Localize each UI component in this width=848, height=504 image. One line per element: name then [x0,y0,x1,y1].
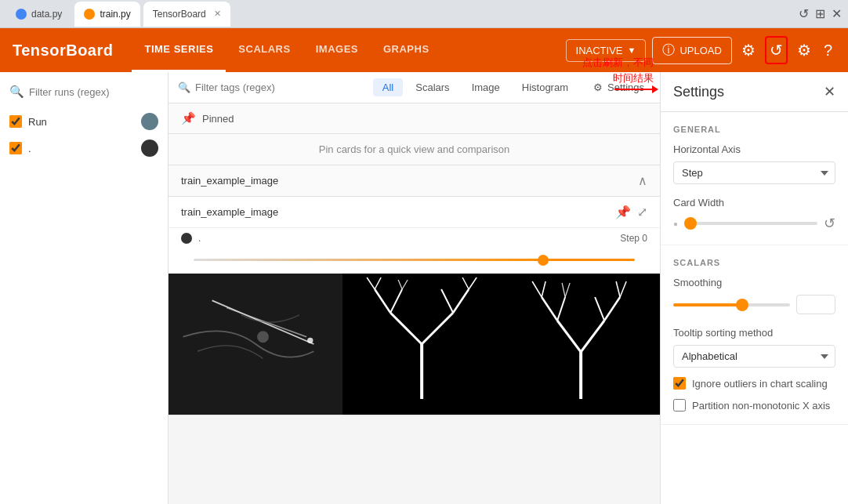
smoothing-slider-row: 0.6 [673,295,835,314]
settings-close-button[interactable]: ✕ [824,83,835,100]
dot-color-picker[interactable] [141,140,158,157]
general-section-title: GENERAL [673,125,835,134]
filter-tab-all[interactable]: All [373,78,403,96]
sidebar-filter: 🔍 [0,82,168,108]
nav-time-series[interactable]: TIME SERIES [132,28,226,72]
main-layout: 🔍 Run . 🔍 All Scalars Image Histogr [0,72,848,504]
fullscreen-button[interactable]: ⤢ [637,205,647,219]
main-nav: TIME SERIES SCALARS IMAGES GRAPHS [132,28,441,72]
settings-label: Settings [607,82,644,93]
image-display [169,274,660,415]
settings-header: Settings ✕ [661,72,848,112]
scalars-section-title: SCALARS [673,258,835,267]
filter-tabs: All Scalars Image Histogram [373,78,578,96]
inactive-label: INACTIVE [576,45,623,56]
cards-scroll[interactable]: train_example_image ∧ train_example_imag… [169,165,660,504]
settings-open-button[interactable]: ⚙ Settings [587,78,650,96]
data-py-icon [16,9,27,20]
tab-data-py-label: data.py [31,9,62,20]
image-card-header: train_example_image 📌 ⤢ [169,197,660,228]
outliers-checkbox[interactable] [673,377,686,390]
nav-scalars[interactable]: SCALARS [226,28,303,72]
svg-point-4 [307,338,313,343]
inactive-button[interactable]: INACTIVE ▼ [566,39,647,62]
tab-train-py[interactable]: train.py [74,2,140,27]
content-area: 🔍 All Scalars Image Histogram ⚙ Settings… [169,72,660,504]
tab-close-icon[interactable]: ✕ [214,9,221,19]
sidebar-run-row: Run [0,108,168,135]
run-color-picker[interactable] [141,113,158,130]
filter-bar: 🔍 All Scalars Image Histogram ⚙ Settings [169,72,660,103]
filter-input-wrap: 🔍 [178,82,364,93]
card-run-name: . [198,233,201,244]
slider-wrap [169,248,660,274]
train-py-icon [84,9,95,20]
dot-checkbox[interactable] [9,142,22,154]
help-icon[interactable]: ? [821,38,835,63]
settings-panel: Settings ✕ GENERAL Horizontal Axis Step … [660,72,848,504]
settings-title: Settings [673,84,724,100]
filter-tab-scalars[interactable]: Scalars [406,78,458,96]
outliers-row: Ignore outliers in chart scaling [673,377,835,390]
upload-button[interactable]: ⓘ UPLOAD [652,37,731,64]
dot-label: . [28,143,135,154]
image-card-title: train_example_image [181,206,609,218]
filter-search-icon: 🔍 [178,82,190,93]
tensorboard-header: TensorBoard TIME SERIES SCALARS IMAGES G… [0,28,848,72]
run-checkbox[interactable] [9,115,22,128]
tensorboard-tab-label: TensorBoard [153,9,206,20]
pinned-area: 📌 Pinned Pin cards for a quick view and … [169,103,660,165]
browser-split-btn[interactable]: ⊞ [815,6,825,21]
filter-tab-image[interactable]: Image [462,78,509,96]
pin-icon: 📌 [181,111,196,125]
tab-data-py[interactable]: data.py [6,2,71,27]
smoothing-slider[interactable] [673,303,790,306]
image-card: train_example_image 📌 ⤢ . Step 0 [169,197,660,415]
pinned-empty-text: Pin cards for a quick view and compariso… [169,133,660,165]
settings-gear-icon-right[interactable]: ⚙ [794,38,814,63]
card-width-min-icon: ● [673,219,678,228]
nav-graphs[interactable]: GRAPHS [371,28,442,72]
partition-row: Partition non-monotonic X axis [673,399,835,412]
horizontal-axis-select[interactable]: Step Relative Wall [673,161,835,184]
step-slider[interactable] [194,259,635,261]
pin-card-button[interactable]: 📌 [615,205,631,219]
sidebar-search-icon: 🔍 [9,85,24,99]
nav-images[interactable]: IMAGES [303,28,371,72]
partition-label: Partition non-monotonic X axis [692,400,830,412]
card-run-dot [181,233,192,244]
filter-tab-histogram[interactable]: Histogram [513,78,578,96]
tab-tensorboard[interactable]: TensorBoard ✕ [143,2,230,27]
step-label: Step 0 [620,233,647,244]
browser-refresh-btn[interactable]: ↺ [799,6,809,21]
card-width-slider[interactable] [684,222,817,225]
image-card-actions: 📌 ⤢ [615,205,647,219]
horizontal-axis-label: Horizontal Axis [673,143,835,155]
sidebar-dot-row: . [0,135,168,161]
sidebar-search-input[interactable] [29,86,158,98]
header-right: INACTIVE ▼ ⓘ UPLOAD ⚙ ↺ ⚙ ? [566,36,835,64]
image-vessel-center [342,274,501,415]
image-vessel-right [502,274,660,415]
collapse-icon[interactable]: ∧ [638,173,647,188]
partition-checkbox[interactable] [673,399,686,412]
tooltip-sort-select[interactable]: Alphabetical Ascending Descending None [673,345,835,368]
outliers-label: Ignore outliers in chart scaling [692,378,828,390]
browser-close-btn[interactable]: ✕ [832,6,842,21]
pinned-title: Pinned [202,113,234,125]
settings-general: GENERAL Horizontal Axis Step Relative Wa… [661,112,848,245]
run-label: Run [28,116,135,128]
smoothing-value-input[interactable]: 0.6 [796,295,835,314]
settings-gear-icon-left[interactable]: ⚙ [738,38,759,63]
image-section-header: train_example_image ∧ [169,165,660,197]
card-width-reset-button[interactable]: ↺ [824,215,835,232]
settings-gear-icon: ⚙ [593,82,603,93]
pinned-header: 📌 Pinned [169,103,660,133]
browser-controls: ↺ ⊞ ✕ [799,6,842,21]
sidebar: 🔍 Run . [0,72,169,504]
tensorboard-logo: TensorBoard [13,42,113,60]
upload-label: UPLOAD [679,45,721,56]
refresh-button[interactable]: ↺ [765,36,788,64]
image-angiogram [169,274,342,415]
filter-tags-input[interactable] [195,82,364,93]
